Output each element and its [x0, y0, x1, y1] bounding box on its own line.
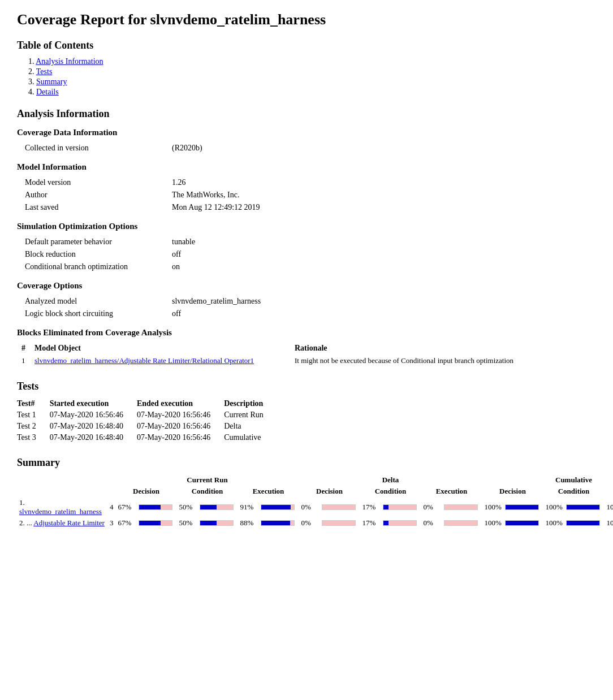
info-value: 1.26: [170, 176, 265, 189]
toc-link[interactable]: Tests: [36, 67, 53, 76]
info-label: Conditional branch optimization: [23, 261, 170, 273]
summary-cum-execution: Execution: [605, 486, 614, 497]
tests-col-header: Test#: [17, 398, 50, 409]
summary-cell: 91%: [238, 497, 299, 517]
info-value: tunable: [170, 236, 200, 248]
summary-current-run-header: Current Run: [116, 474, 299, 486]
test-ended: 07-May-2020 16:56:46: [137, 421, 224, 432]
info-value: (R2020b): [170, 142, 207, 154]
toc-item: Analysis Information: [28, 57, 596, 66]
summary-row: 1. slvnvdemo_ratelim_harness467%50%91%0%…: [17, 497, 613, 517]
blocks-eliminated-table: # Model Object Rationale 1slvnvdemo_rate…: [17, 342, 596, 367]
summary-cell: 17%: [360, 517, 421, 529]
toc-item: Details: [28, 88, 596, 97]
summary-cell: 88%: [238, 517, 299, 529]
sim-opt-heading: Simulation Optimization Options: [17, 222, 596, 231]
info-row: Logic block short circuitingoff: [23, 308, 265, 320]
summary-cr-decision: Decision: [116, 486, 177, 497]
test-started: 07-May-2020 16:48:40: [50, 432, 137, 443]
summary-cr-condition: Condition: [177, 486, 238, 497]
summary-complexity: 3: [107, 517, 116, 529]
toc-item: Summary: [28, 77, 596, 87]
coverage-opt-table: Analyzed modelslvnvdemo_ratelim_harnessL…: [23, 295, 265, 320]
summary-pct: 0%: [301, 503, 320, 512]
test-ended: 07-May-2020 16:56:46: [137, 432, 224, 443]
info-label: Last saved: [23, 201, 170, 214]
blocks-row: 1slvnvdemo_ratelim_harness/Adjustable Ra…: [17, 355, 596, 367]
summary-table: Current Run Delta Cumulative Decision Co…: [17, 474, 613, 529]
summary-model: 1. slvnvdemo_ratelim_harness: [17, 497, 107, 517]
summary-pct: 100%: [607, 503, 614, 512]
info-value: slvnvdemo_ratelim_harness: [170, 295, 265, 308]
summary-model-link[interactable]: Adjustable Rate Limiter: [33, 518, 105, 527]
tests-col-header: Ended execution: [137, 398, 224, 409]
summary-cumulative-header: Cumulative: [482, 474, 614, 486]
summary-complexity-header: [107, 474, 116, 486]
blocks-link[interactable]: slvnvdemo_ratelim_harness/Adjustable Rat…: [34, 356, 254, 365]
summary-cell: 67%: [116, 497, 177, 517]
tests-col-header: Started execution: [50, 398, 137, 409]
summary-pct: 88%: [240, 518, 258, 528]
summary-pct: 67%: [118, 503, 136, 512]
summary-cell: 100%: [543, 497, 605, 517]
toc-link[interactable]: Summary: [36, 77, 67, 86]
summary-cell: 67%: [116, 517, 177, 529]
blocks-rationale: It might not be executed because of Cond…: [290, 355, 596, 367]
tests-table: Test#Started executionEnded executionDes…: [17, 398, 277, 443]
summary-cell: 100%: [605, 517, 614, 529]
toc-link[interactable]: Analysis Information: [36, 57, 103, 66]
test-num: Test 2: [17, 421, 50, 432]
summary-pct: 0%: [424, 518, 442, 528]
summary-cell: 0%: [299, 517, 360, 529]
page-title: Coverage Report for slvnvdemo_ratelim_ha…: [17, 11, 596, 28]
coverage-data-heading: Coverage Data Information: [17, 128, 596, 137]
summary-row-num: 1.: [19, 498, 25, 507]
summary-cell: 17%: [360, 497, 421, 517]
summary-complexity: 4: [107, 497, 116, 517]
tests-row: Test 307-May-2020 16:48:4007-May-2020 16…: [17, 432, 277, 443]
summary-cell: 100%: [543, 517, 605, 529]
test-started: 07-May-2020 16:56:46: [50, 409, 137, 421]
tests-heading: Tests: [17, 381, 596, 392]
info-label: Author: [23, 189, 170, 201]
tests-row: Test 107-May-2020 16:56:4607-May-2020 16…: [17, 409, 277, 421]
summary-pct: 100%: [485, 518, 503, 528]
info-row: AuthorThe MathWorks, Inc.: [23, 189, 265, 201]
toc-link[interactable]: Details: [36, 88, 59, 96]
toc-heading: Table of Contents: [17, 40, 596, 51]
info-value: The MathWorks, Inc.: [170, 189, 265, 201]
info-value: off: [170, 248, 200, 261]
test-num: Test 3: [17, 432, 50, 443]
summary-cum-condition: Condition: [543, 486, 605, 497]
test-description: Cumulative: [224, 432, 277, 443]
summary-heading: Summary: [17, 457, 596, 469]
info-label: Analyzed model: [23, 295, 170, 308]
summary-pct: 100%: [546, 503, 564, 512]
summary-pct: 91%: [240, 503, 258, 512]
analysis-info-heading: Analysis Information: [17, 108, 596, 120]
summary-pct: 17%: [362, 518, 381, 528]
summary-cell: 50%: [177, 497, 238, 517]
summary-pct: 100%: [607, 518, 614, 528]
summary-cell: 0%: [299, 497, 360, 517]
summary-d-condition: Condition: [360, 486, 421, 497]
info-value: off: [170, 308, 265, 320]
blocks-col-rationale: Rationale: [290, 342, 596, 355]
info-value: on: [170, 261, 200, 273]
test-description: Delta: [224, 421, 277, 432]
sim-opt-table: Default parameter behaviortunableBlock r…: [23, 236, 200, 273]
test-num: Test 1: [17, 409, 50, 421]
info-row: Model version1.26: [23, 176, 265, 189]
tests-row: Test 207-May-2020 16:48:4007-May-2020 16…: [17, 421, 277, 432]
tests-col-header: Description: [224, 398, 277, 409]
summary-d-execution: Execution: [421, 486, 482, 497]
info-label: Block reduction: [23, 248, 170, 261]
summary-cell: 100%: [482, 517, 543, 529]
summary-cell: 100%: [482, 497, 543, 517]
blocks-object: slvnvdemo_ratelim_harness/Adjustable Rat…: [30, 355, 290, 367]
info-row: Last savedMon Aug 12 12:49:12 2019: [23, 201, 265, 214]
summary-cell: 100%: [605, 497, 614, 517]
toc-list: Analysis InformationTestsSummaryDetails: [28, 57, 596, 97]
summary-row-num: 2. ...: [19, 518, 33, 527]
summary-model-link[interactable]: slvnvdemo_ratelim_harness: [19, 507, 102, 516]
